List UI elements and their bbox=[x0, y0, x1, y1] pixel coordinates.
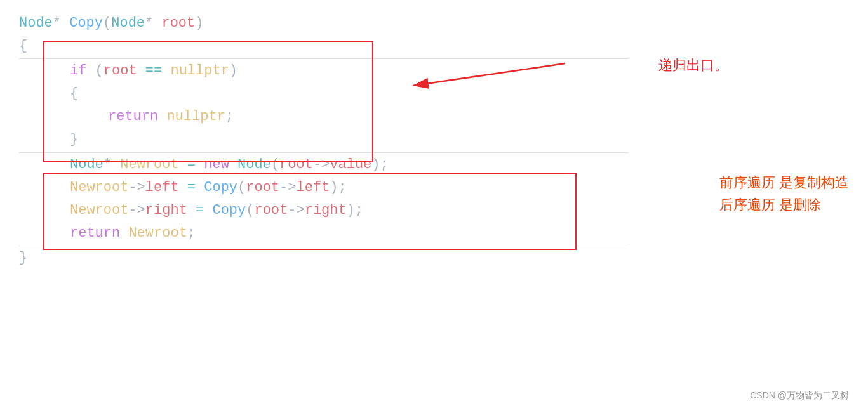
line7-star: * bbox=[103, 154, 120, 176]
line9-root: root bbox=[254, 200, 288, 221]
annotation-preorder-text: 前序遍历 是复制构造 bbox=[719, 171, 849, 193]
line8-arrow2: -> bbox=[279, 177, 296, 199]
line7-root: root bbox=[279, 154, 313, 176]
line10-var: Newroot bbox=[128, 223, 187, 244]
line9-var: Newroot bbox=[70, 200, 128, 221]
line3-paren1: ( bbox=[95, 60, 103, 82]
code-area: Node* Copy(Node* root) { if (root == nul… bbox=[19, 13, 629, 269]
line9-paren2: ) bbox=[347, 200, 355, 221]
line3-nullptr: nullptr bbox=[170, 60, 229, 82]
line7-new: new bbox=[204, 154, 237, 176]
line9-copy: Copy bbox=[212, 200, 246, 221]
line1-param: root bbox=[161, 13, 195, 34]
line5-nullptr: nullptr bbox=[166, 106, 225, 128]
line1-func: Copy bbox=[69, 13, 103, 34]
line9-paren1: ( bbox=[246, 200, 254, 221]
annotation-postorder-text: 后序遍历 是删除 bbox=[719, 193, 849, 216]
code-line-3: if (root == nullptr) bbox=[19, 60, 629, 82]
line7-eq: = bbox=[179, 154, 204, 176]
line3-root: root bbox=[103, 60, 137, 82]
line8-arrow1: -> bbox=[128, 177, 145, 199]
line7-val: value bbox=[330, 154, 371, 176]
code-line-4: { bbox=[19, 83, 629, 105]
line8-paren1: ( bbox=[237, 177, 246, 199]
line10-semi: ; bbox=[187, 223, 196, 244]
line8-copy: Copy bbox=[204, 177, 237, 199]
line9-arrow1: -> bbox=[128, 200, 145, 221]
annotation-preorder: 前序遍历 是复制构造 后序遍历 是删除 bbox=[719, 171, 849, 216]
code-line-8: Newroot->left = Copy(root->left); bbox=[19, 177, 629, 199]
watermark: CSDN @万物皆为二叉树 bbox=[750, 390, 849, 402]
code-line-9: Newroot->right = Copy(root->right); bbox=[19, 200, 629, 221]
line7-paren1: ( bbox=[271, 154, 279, 176]
code-line-10: return Newroot; bbox=[19, 223, 629, 244]
code-line-1: Node* Copy(Node* root) bbox=[19, 13, 629, 34]
line7-var: Newroot bbox=[120, 154, 178, 176]
divider-top bbox=[19, 58, 629, 59]
line1-paren2: ) bbox=[195, 13, 203, 34]
code-line-2: { bbox=[19, 36, 629, 57]
line10-return: return bbox=[70, 223, 128, 244]
line9-arrow2: -> bbox=[288, 200, 304, 221]
line1-paren1: ( bbox=[103, 13, 111, 34]
line7-type: Node bbox=[70, 154, 103, 176]
line3-paren2: ) bbox=[229, 60, 237, 82]
code-line-7: Node* Newroot = new Node(root->value); bbox=[19, 154, 629, 176]
line9-right2: right bbox=[305, 200, 347, 221]
line8-paren2: ) bbox=[330, 177, 338, 199]
line1-param-type: Node bbox=[111, 13, 145, 34]
divider-bottom bbox=[19, 246, 629, 246]
line9-right: right bbox=[145, 200, 187, 221]
annotation-recursive-exit: 递归出口。 bbox=[658, 56, 728, 75]
line9-eq: = bbox=[187, 200, 213, 221]
main-container: Node* Copy(Node* root) { if (root == nul… bbox=[0, 0, 868, 413]
line8-left2: left bbox=[296, 177, 330, 199]
line7-paren2: ) bbox=[371, 154, 380, 176]
line3-op: == bbox=[137, 60, 171, 82]
code-line-11: } bbox=[19, 247, 629, 269]
code-line-6: } bbox=[19, 129, 629, 150]
line2-brace: { bbox=[19, 36, 27, 57]
code-line-5: return nullptr; bbox=[19, 106, 629, 128]
line8-left: left bbox=[145, 177, 179, 199]
line8-var: Newroot bbox=[70, 177, 128, 199]
line4-brace: { bbox=[70, 83, 78, 105]
line5-return: return bbox=[108, 106, 166, 128]
line11-brace: } bbox=[19, 247, 27, 269]
line8-root: root bbox=[246, 177, 279, 199]
line7-node: Node bbox=[237, 154, 271, 176]
line5-semi: ; bbox=[225, 106, 234, 128]
line7-arrow: -> bbox=[313, 154, 330, 176]
line8-semi: ; bbox=[338, 177, 347, 199]
line8-eq: = bbox=[179, 177, 204, 199]
line1-type: Node bbox=[19, 13, 53, 34]
line3-if: if bbox=[70, 60, 95, 82]
line9-semi: ; bbox=[355, 200, 363, 221]
line6-brace: } bbox=[70, 129, 78, 150]
divider-middle bbox=[19, 152, 629, 153]
line7-semi: ; bbox=[380, 154, 389, 176]
line1-param-star: * bbox=[145, 13, 161, 34]
line1-star: * bbox=[53, 13, 69, 34]
